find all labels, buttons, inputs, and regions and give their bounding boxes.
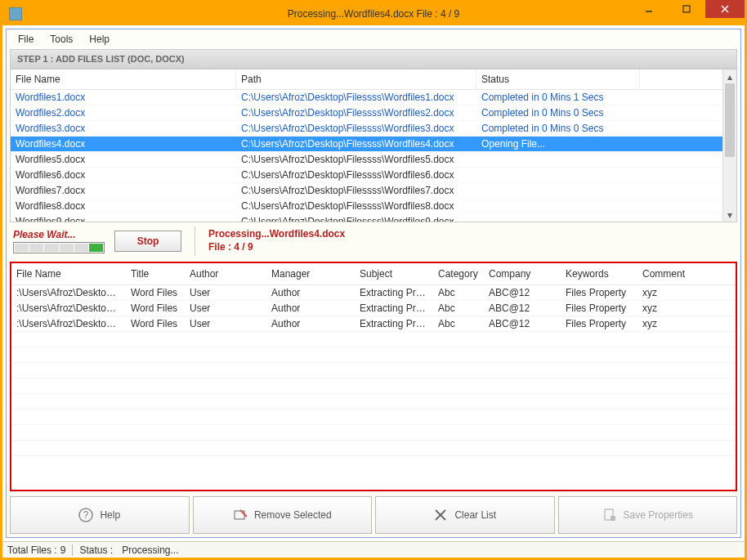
col2-category[interactable]: Category (433, 263, 484, 284)
cell-title: Word Files (126, 285, 185, 300)
col2-manager[interactable]: Manager (266, 263, 355, 284)
cell-status (476, 152, 640, 167)
clear-icon (433, 508, 448, 522)
cell-status: Completed in 0 Mins 0 Secs (476, 105, 640, 120)
col2-title[interactable]: Title (126, 263, 185, 284)
status-value: Processing... (122, 544, 178, 556)
cell-title: Word Files (126, 301, 185, 316)
menu-tools[interactable]: Tools (42, 30, 81, 48)
stop-button[interactable]: Stop (114, 231, 181, 252)
scroll-down-icon[interactable]: ▾ (723, 208, 736, 222)
cell-file: Wordfiles2.docx (11, 105, 236, 120)
cell-status (476, 183, 640, 198)
col-filename[interactable]: File Name (11, 69, 236, 89)
clear-list-button[interactable]: Clear List (375, 496, 555, 534)
cell-manager: Author (266, 301, 355, 316)
table-row[interactable]: :\Users\Afroz\Desktop\Fil...Word FilesUs… (11, 285, 736, 301)
cell-path: C:\Users\Afroz\Desktop\Filessss\Wordfile… (236, 90, 476, 105)
save-label: Save Properties (624, 509, 693, 521)
col-status[interactable]: Status (476, 69, 640, 89)
table-row[interactable]: :\Users\Afroz\Desktop\Fil...Word FilesUs… (11, 316, 736, 332)
minimize-button[interactable] (630, 0, 668, 18)
cell-path: C:\Users\Afroz\Desktop\Filessss\Wordfile… (236, 214, 476, 222)
table-row[interactable]: Wordfiles3.docxC:\Users\Afroz\Desktop\Fi… (11, 121, 722, 137)
table-row[interactable]: Wordfiles2.docxC:\Users\Afroz\Desktop\Fi… (11, 105, 722, 121)
cell-category: Abc (433, 301, 484, 316)
save-properties-button[interactable]: Save Properties (558, 496, 738, 534)
cell-path: C:\Users\Afroz\Desktop\Filessss\Wordfile… (236, 199, 476, 213)
please-wait-label: Please Wait... (13, 229, 75, 240)
cell-manager: Author (266, 285, 355, 300)
cell-manager: Author (266, 316, 355, 331)
col2-company[interactable]: Company (484, 263, 561, 284)
cell-path: C:\Users\Afroz\Desktop\Filessss\Wordfile… (236, 105, 476, 120)
svg-rect-11 (611, 516, 615, 521)
cell-file: Wordfiles1.docx (11, 90, 236, 105)
remove-selected-button[interactable]: Remove Selected (193, 496, 373, 534)
cell-author: User (185, 285, 266, 300)
cell-keywords: Files Property (561, 285, 637, 300)
remove-label: Remove Selected (254, 509, 332, 521)
cell-comment: xyz (637, 316, 703, 331)
cell-category: Abc (433, 285, 484, 300)
status-total-label: Total Files : (7, 544, 57, 556)
menubar: File Tools Help (7, 29, 740, 49)
cell-status (476, 168, 640, 182)
cell-file: :\Users\Afroz\Desktop\Fil... (11, 301, 126, 316)
cell-comment: xyz (637, 301, 703, 316)
properties-grid-header: File Name Title Author Manager Subject C… (11, 263, 736, 285)
table-row[interactable]: Wordfiles4.docxC:\Users\Afroz\Desktop\Fi… (11, 137, 722, 152)
table-row[interactable]: :\Users\Afroz\Desktop\Fil...Word FilesUs… (11, 301, 736, 316)
cell-path: C:\Users\Afroz\Desktop\Filessss\Wordfile… (236, 168, 476, 182)
menu-file[interactable]: File (10, 30, 42, 48)
cell-file: Wordfiles6.docx (11, 168, 236, 182)
status-label: Status : (79, 544, 113, 556)
help-button[interactable]: ? Help (10, 496, 190, 534)
col2-filename[interactable]: File Name (11, 263, 126, 284)
cell-file: Wordfiles5.docx (11, 152, 236, 167)
properties-grid: File Name Title Author Manager Subject C… (10, 262, 737, 491)
remove-icon (233, 508, 248, 522)
menu-help[interactable]: Help (81, 30, 118, 48)
table-row-empty (11, 363, 736, 379)
cell-keywords: Files Property (561, 301, 637, 316)
table-row-empty (11, 379, 736, 394)
table-row[interactable]: Wordfiles8.docxC:\Users\Afroz\Desktop\Fi… (11, 199, 722, 214)
cell-status: Opening File... (476, 137, 640, 151)
col2-keywords[interactable]: Keywords (561, 263, 637, 284)
table-row[interactable]: Wordfiles1.docxC:\Users\Afroz\Desktop\Fi… (11, 90, 722, 105)
maximize-button[interactable] (668, 0, 705, 18)
cell-file: Wordfiles4.docx (11, 137, 236, 151)
window-title: Processing...Wordfiles4.docx File : 4 / … (288, 8, 460, 20)
cell-status (476, 214, 640, 222)
button-bar: ? Help Remove Selected Clear List Save P… (10, 496, 737, 534)
status-total-value: 9 (60, 544, 66, 556)
cell-subject: Extracting Pro... (355, 285, 433, 300)
col2-subject[interactable]: Subject (355, 263, 433, 284)
processing-status: Processing...Wordfiles4.docx File : 4 / … (208, 228, 345, 253)
close-button[interactable] (705, 0, 745, 18)
files-grid-header: File Name Path Status (11, 69, 722, 90)
cell-path: C:\Users\Afroz\Desktop\Filessss\Wordfile… (236, 183, 476, 198)
scroll-up-icon[interactable]: ▴ (723, 69, 736, 83)
status-separator (72, 544, 73, 556)
col2-comment[interactable]: Comment (637, 263, 703, 284)
cell-subject: Extracting Pro... (355, 316, 433, 331)
table-row[interactable]: Wordfiles9.docxC:\Users\Afroz\Desktop\Fi… (11, 214, 722, 222)
col-path[interactable]: Path (236, 69, 476, 89)
table-row-empty (11, 347, 736, 363)
col2-author[interactable]: Author (185, 263, 266, 284)
cell-path: C:\Users\Afroz\Desktop\Filessss\Wordfile… (236, 121, 476, 136)
table-row-empty (11, 394, 736, 410)
cell-path: C:\Users\Afroz\Desktop\Filessss\Wordfile… (236, 137, 476, 151)
scroll-thumb[interactable] (725, 83, 735, 157)
svg-rect-1 (683, 6, 690, 12)
files-scrollbar[interactable]: ▴ ▾ (722, 69, 736, 222)
cell-keywords: Files Property (561, 316, 637, 331)
table-row[interactable]: Wordfiles5.docxC:\Users\Afroz\Desktop\Fi… (11, 152, 722, 168)
cell-status: Completed in 0 Mins 0 Secs (476, 121, 640, 136)
processing-line1: Processing...Wordfiles4.docx (208, 228, 345, 241)
cell-file: Wordfiles9.docx (11, 214, 236, 222)
table-row[interactable]: Wordfiles7.docxC:\Users\Afroz\Desktop\Fi… (11, 183, 722, 199)
table-row[interactable]: Wordfiles6.docxC:\Users\Afroz\Desktop\Fi… (11, 168, 722, 183)
